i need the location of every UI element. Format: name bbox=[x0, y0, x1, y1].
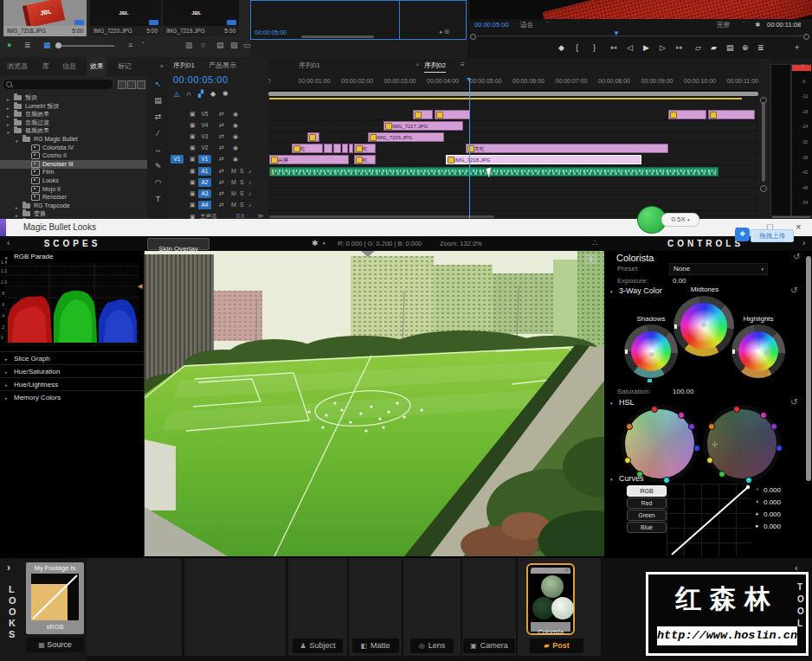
scope-section-Memory Colors[interactable]: ▸Memory Colors bbox=[0, 390, 144, 404]
source-button[interactable]: ▦ Source bbox=[26, 638, 84, 652]
find-icon[interactable]: ○ bbox=[201, 41, 205, 49]
sync-lock-icon[interactable]: ⇄ bbox=[219, 202, 224, 209]
source-patch-v1[interactable]: V1 bbox=[171, 155, 184, 164]
hsl-color-dot[interactable] bbox=[693, 445, 700, 452]
linked-selection-icon[interactable]: ∩ bbox=[186, 90, 191, 98]
sync-lock-icon[interactable]: ⇄ bbox=[219, 111, 224, 118]
eye-icon[interactable]: ◉ bbox=[233, 122, 238, 129]
looks-expand-icon[interactable]: › bbox=[7, 562, 10, 574]
track-select-icon[interactable]: ▤ bbox=[147, 96, 169, 105]
timeline-clip[interactable] bbox=[269, 167, 719, 176]
track-name-V5[interactable]: V5 bbox=[198, 110, 211, 119]
preset-select[interactable]: None▾ bbox=[669, 263, 768, 275]
scrub-end-handle[interactable] bbox=[803, 34, 809, 40]
vscroll-thumb[interactable] bbox=[762, 102, 765, 182]
saturation-value[interactable]: 100.00 bbox=[673, 388, 693, 395]
hsl-color-dot[interactable] bbox=[733, 406, 740, 413]
dots-menu-icon[interactable]: ∴ bbox=[592, 238, 597, 247]
tool-button-Subject[interactable]: ♟Subject bbox=[293, 639, 343, 653]
tab-close-icon[interactable]: × bbox=[416, 61, 420, 68]
solo-button[interactable]: S bbox=[240, 190, 244, 196]
scope-section-Hue/Saturation[interactable]: ▸Hue/Saturation bbox=[0, 364, 144, 378]
level-marker-icon[interactable]: ◀ bbox=[138, 283, 142, 290]
effects-tree-item[interactable]: Mojo II bbox=[0, 185, 147, 194]
lock-icon[interactable]: ▣ bbox=[190, 111, 196, 118]
colorista-tool-card[interactable]: ⊘ Colorista bbox=[526, 563, 575, 635]
curve-point-value[interactable]: 0.000 bbox=[764, 486, 781, 494]
rgb-parade-label[interactable]: RGB Parade bbox=[14, 253, 53, 260]
add-button-icon[interactable]: + bbox=[795, 43, 799, 52]
effects-tree-item[interactable]: ▸Lumetri 预设 bbox=[0, 102, 147, 111]
bin-item[interactable]: JBLIMG_7218.JPG5:00 bbox=[3, 0, 87, 36]
tools-collapse-icon[interactable]: ‹ bbox=[795, 562, 798, 573]
sync-lock-icon[interactable]: ⇄ bbox=[219, 133, 224, 140]
disable-icon[interactable]: ⊘ bbox=[564, 567, 569, 573]
timeline-clip[interactable] bbox=[413, 110, 433, 119]
color-wheel-Highlights[interactable] bbox=[738, 331, 778, 371]
timeline-clip[interactable]: 红 bbox=[354, 155, 376, 164]
step-forward-icon[interactable]: ▷ bbox=[660, 43, 666, 52]
effects-tree-item[interactable]: ▾RG Magic Bullet bbox=[0, 135, 147, 144]
wrench-icon[interactable]: ✱ bbox=[755, 21, 760, 29]
wrench-icon[interactable]: ✱ bbox=[222, 90, 229, 98]
effects-tree-item[interactable]: ▸音频效果 bbox=[0, 110, 147, 119]
tool-button-Lens[interactable]: ◎Lens bbox=[410, 639, 454, 653]
track-name-A2[interactable]: A2 bbox=[198, 178, 211, 187]
timeline-clip[interactable]: 红 bbox=[354, 144, 376, 153]
type-tool-icon[interactable]: T bbox=[147, 195, 169, 203]
effects-tree-item[interactable]: Looks bbox=[0, 176, 147, 185]
scope-section-Hue/Lightness[interactable]: ▸Hue/Lightness bbox=[0, 377, 144, 391]
speed-pill[interactable]: 0.5X ▾ bbox=[661, 213, 699, 227]
exposure-value[interactable]: 0.00 bbox=[673, 277, 686, 285]
lock-icon[interactable]: ▣ bbox=[190, 133, 196, 140]
wheel-crosshair[interactable]: ⊕ bbox=[701, 322, 706, 329]
mute-button[interactable]: M bbox=[231, 168, 236, 174]
pen-tool-icon[interactable]: ✎ bbox=[147, 162, 169, 170]
preview-viewer[interactable]: i bbox=[145, 251, 604, 556]
zoom-slider-knob[interactable] bbox=[55, 42, 61, 48]
timeline-clip[interactable] bbox=[708, 110, 755, 119]
tab-sequence-02[interactable]: 序列02 bbox=[424, 61, 446, 73]
add-marker-icon[interactable]: ▞ bbox=[198, 90, 203, 98]
sync-lock-icon[interactable]: ⇄ bbox=[219, 179, 224, 186]
sync-lock-icon[interactable]: ⇄ bbox=[219, 144, 224, 151]
hsl-color-dot[interactable] bbox=[760, 412, 767, 419]
reset-icon[interactable]: ↺ bbox=[793, 252, 800, 261]
zoom-slider[interactable] bbox=[57, 45, 114, 47]
track-name-A1[interactable]: A1 bbox=[198, 167, 211, 176]
eye-icon[interactable]: ◉ bbox=[233, 156, 238, 163]
section-arrow-icon[interactable]: ▸ bbox=[5, 356, 8, 362]
mic-icon[interactable]: ♪ bbox=[248, 168, 252, 174]
threeway-arrow-icon[interactable]: ▾ bbox=[610, 289, 613, 294]
hsl-color-dot[interactable] bbox=[624, 457, 631, 464]
solo-button[interactable]: S bbox=[240, 168, 244, 174]
hsl-color-dot[interactable] bbox=[708, 423, 715, 430]
scroll-knob[interactable] bbox=[760, 97, 767, 104]
curve-point-value[interactable]: 0.000 bbox=[764, 498, 781, 506]
scrollbar[interactable] bbox=[301, 35, 374, 38]
hsl-arrow-icon[interactable]: ▾ bbox=[610, 401, 613, 406]
hsl-color-dot[interactable] bbox=[776, 445, 783, 452]
timeline-clip[interactable]: 白屏 bbox=[269, 155, 349, 164]
timeline-clip[interactable] bbox=[668, 110, 706, 119]
section-arrow-icon[interactable]: ▸ bbox=[5, 395, 8, 401]
gear-icon[interactable]: ✱ bbox=[312, 239, 319, 247]
section-arrow-icon[interactable]: ▸ bbox=[5, 369, 8, 375]
wheel-crosshair[interactable]: ⊕ bbox=[649, 351, 654, 358]
controls-collapse-icon[interactable]: › bbox=[802, 238, 805, 247]
mute-button[interactable]: M bbox=[231, 190, 236, 196]
ripple-edit-icon[interactable]: ⇄ bbox=[147, 112, 169, 121]
lock-icon[interactable]: ▣ bbox=[190, 168, 196, 175]
sort-icon[interactable]: ≡ bbox=[128, 41, 132, 49]
mic-icon[interactable]: ♪ bbox=[248, 202, 252, 208]
program-scrubber[interactable]: ▼ bbox=[470, 31, 809, 42]
track-name-V2[interactable]: V2 bbox=[198, 144, 211, 152]
bin-item[interactable]: JBLIMG_7220.JPG5:00 bbox=[90, 0, 161, 36]
effects-tree-item[interactable]: ▸RG Trapcode bbox=[0, 202, 147, 210]
timeline-clip[interactable] bbox=[333, 144, 341, 153]
tab-浏览器[interactable]: 浏览器 bbox=[3, 57, 31, 76]
timeline-scrollbar-top[interactable] bbox=[268, 92, 758, 96]
effects-tree-item[interactable]: Denoiser III bbox=[0, 160, 147, 169]
snap-icon[interactable]: ◬ bbox=[174, 90, 179, 98]
play-export-icons[interactable]: ▸ ⊞ bbox=[440, 29, 449, 35]
